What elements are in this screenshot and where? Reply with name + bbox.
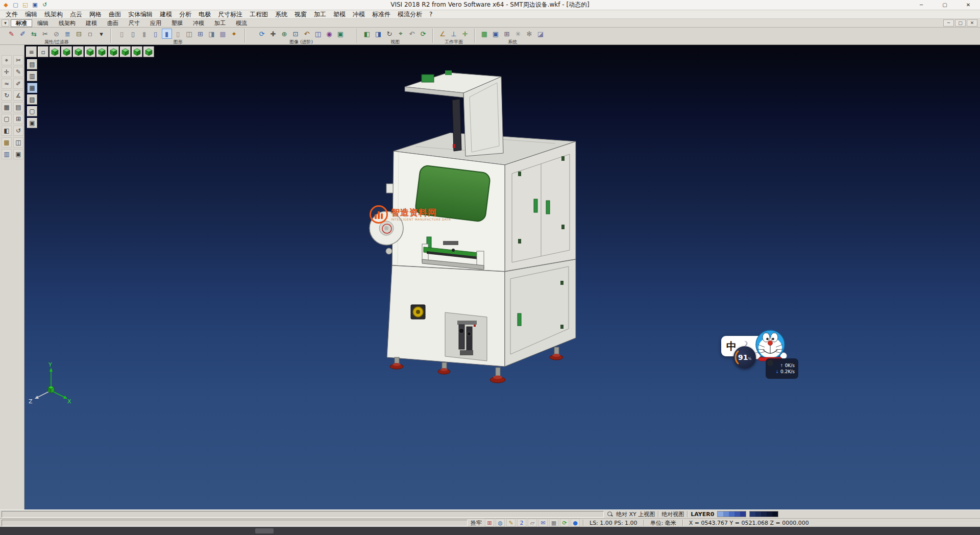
color-swatch[interactable] [772,512,778,517]
menu-item[interactable]: 曲面 [105,10,125,18]
edit-curve-icon[interactable]: ✐ [13,79,23,89]
color-swatch[interactable] [755,512,761,517]
attribute-color-icon[interactable]: ✎ [7,29,17,39]
menu-item[interactable]: 编辑 [21,10,41,18]
sketch-icon[interactable]: ✎ [13,67,23,77]
menu-item[interactable]: 系统 [272,10,291,18]
color-swatch[interactable] [750,512,755,517]
layers-panel-toggle[interactable]: ▥ [27,71,37,81]
history-panel-toggle[interactable]: ▧ [27,94,37,105]
color-swatch[interactable] [740,512,746,517]
workplane-normal-icon[interactable]: ⊥ [449,29,459,39]
color-swatch[interactable] [734,512,740,517]
tab-surface[interactable]: 曲面 [102,19,124,27]
menu-item[interactable]: 分析 [176,10,195,18]
tab-modeling[interactable]: 建模 [81,19,102,27]
system-grid-icon[interactable]: ▦ [479,29,489,39]
select-icon[interactable]: ⌖ [2,55,12,65]
machine-model[interactable]: Y X Z [24,45,980,509]
system-snap-icon[interactable]: ✳ [513,29,523,39]
filter-group-icon[interactable]: ⊟ [74,29,84,39]
view-cube-axon[interactable] [132,46,142,57]
units-indicator[interactable]: 单位: 毫米 [647,519,679,527]
pattern-icon[interactable]: ▩ [2,137,12,148]
render-options-icon[interactable]: ✦ [229,29,239,39]
rotate-view-icon[interactable]: ⟳ [257,29,267,39]
door-handle[interactable] [546,201,550,214]
color-swatch[interactable] [723,512,729,517]
surface-icon[interactable]: ▤ [13,102,23,112]
view-cube-back[interactable] [108,46,119,57]
undo-icon[interactable]: ↺ [40,1,49,9]
tab-dropdown-button[interactable]: ▾ [2,19,9,27]
color-swatch[interactable] [729,512,734,517]
new-file-icon[interactable]: ▢ [11,1,20,9]
menu-item[interactable]: 标准件 [369,10,394,18]
network-speed-widget[interactable]: ↑ 0K/s ↓ 0.2K/s [766,358,798,379]
menu-item[interactable]: 视窗 [291,10,310,18]
window-maximize-button[interactable]: ▢ [933,0,957,10]
rotate-icon[interactable]: ↻ [2,90,12,101]
mirror-icon[interactable]: ◫ [13,137,23,148]
shaded-edges-mode-icon[interactable]: ▯ [151,29,161,39]
view-cube-iso[interactable] [50,46,60,57]
tab-application[interactable]: 应用 [145,19,166,27]
lock-toggle[interactable]: 拴牢 [471,519,482,527]
layers-icon[interactable]: ▥ [2,149,12,159]
sphere-snap-icon[interactable]: ● [571,519,580,527]
menu-item[interactable]: 点云 [66,10,86,18]
multi-window-icon[interactable]: ◫ [313,29,323,39]
tab-edit[interactable]: 编辑 [32,19,54,27]
menu-item[interactable]: 尺寸标注 [214,10,246,18]
render-image-icon[interactable]: ▣ [335,29,346,39]
layer-color-swatches[interactable] [717,511,746,517]
view-refresh-icon[interactable]: ⟳ [418,29,428,39]
pan-view-icon[interactable]: ✚ [268,29,278,39]
color-swatch[interactable] [767,512,772,517]
view-cube-left[interactable] [96,46,107,57]
battery-percent-badge[interactable]: 91 % [733,346,756,369]
taskbar[interactable] [0,527,980,535]
filter-exclude-icon[interactable]: ⊘ [52,29,62,39]
properties-panel-toggle[interactable]: ▦ [27,83,37,93]
view-front-icon[interactable]: ◨ [373,29,383,39]
open-file-icon[interactable]: ◱ [21,1,30,9]
measure-icon[interactable]: ∡ [13,90,23,101]
workplane-angle-icon[interactable]: ∠ [437,29,448,39]
view-mode-indicator[interactable]: 绝对 XY 上视图 [616,510,655,518]
filter-list-icon[interactable]: ≣ [63,29,73,39]
copy-attributes-icon[interactable]: ⇆ [29,29,39,39]
grid-display-icon[interactable]: ⊞ [195,29,206,39]
auto-refresh-icon[interactable]: ⟳ [560,519,569,527]
window-minimize-button[interactable]: ─ [910,0,933,10]
table-mode-icon[interactable]: ▦ [549,519,558,527]
power-switch[interactable] [411,305,425,319]
menu-item[interactable]: ? [426,10,436,18]
view-cube-right[interactable] [85,46,95,57]
menu-item[interactable]: 电极 [195,10,214,18]
search-icon[interactable] [607,511,613,517]
view-rotate-icon[interactable]: ↻ [384,29,395,39]
door-handle[interactable] [534,199,537,212]
snap-settings-icon[interactable]: ⊞ [485,519,494,527]
tab-dimension[interactable]: 尺寸 [124,19,145,27]
scale-indicator[interactable]: LS: 1.00 PS: 1.00 [586,520,641,526]
mesh-icon[interactable]: ▦ [2,102,12,112]
mdi-close-button[interactable]: ✕ [967,19,977,27]
trim-icon[interactable]: ✂ [13,55,23,65]
filter-cut-icon[interactable]: ✂ [40,29,51,39]
absolute-view-indicator[interactable]: 绝对视图 [662,510,684,518]
air-filter-unit[interactable] [445,312,487,361]
view-window-button[interactable]: ▫ [38,46,48,57]
views-panel-toggle[interactable]: ▢ [27,106,37,116]
system-monitor-icon[interactable]: ▣ [491,29,501,39]
ghost-mode-icon[interactable]: ▮ [162,29,172,39]
transparent-mode-icon[interactable]: ◫ [184,29,194,39]
view-cube-bottom[interactable] [120,46,131,57]
previous-view-icon[interactable]: ↶ [302,29,312,39]
tab-wireframe[interactable]: 线架构 [54,19,81,27]
filter-box-icon[interactable]: ▫ [85,29,95,39]
zoom-window-icon[interactable]: ⊡ [290,29,301,39]
menu-item[interactable]: 塑模 [330,10,349,18]
app-logo-icon[interactable]: ◆ [2,1,10,9]
